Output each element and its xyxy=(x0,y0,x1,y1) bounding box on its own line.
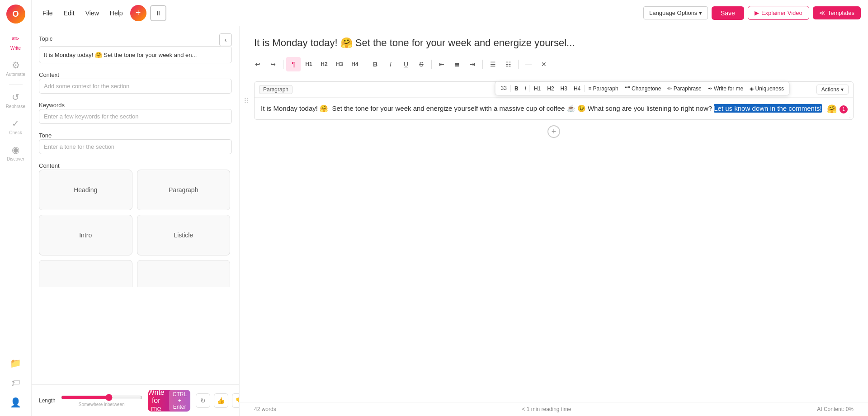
italic-button[interactable]: I xyxy=(383,57,398,71)
content-card-intro[interactable]: Intro xyxy=(39,215,132,255)
resize-handle[interactable]: ⋱ xyxy=(848,114,852,118)
check-icon: ✓ xyxy=(12,118,19,129)
icon-sidebar: O ✏ Write ⚙ Automate ↺ Rephrase ✓ Check … xyxy=(0,0,32,416)
emoji-1: 🤗 xyxy=(827,103,837,116)
slider-hint: Somewhere inbetween xyxy=(79,402,125,407)
reading-time: < 1 min reading time xyxy=(522,406,571,412)
pause-button[interactable]: ⏸ xyxy=(150,5,166,21)
redo-button[interactable]: ↪ xyxy=(266,57,280,71)
tone-input[interactable] xyxy=(39,139,232,154)
numbered-list-button[interactable]: ☷ xyxy=(501,57,515,71)
bold-button[interactable]: B xyxy=(368,57,382,71)
thumbs-down-button[interactable]: 👎 xyxy=(232,393,240,408)
topic-input[interactable] xyxy=(39,46,232,63)
menu-view[interactable]: View xyxy=(82,8,103,19)
clear-format-button[interactable]: ✕ xyxy=(537,57,551,71)
rephrase-icon: ↺ xyxy=(12,92,19,103)
h1-button[interactable]: H1 xyxy=(302,57,316,71)
bullet-list-button[interactable]: ☰ xyxy=(486,57,500,71)
strikethrough-button[interactable]: S xyxy=(414,57,429,71)
app-logo[interactable]: O xyxy=(6,5,25,24)
align-center-button[interactable]: ≣ xyxy=(450,57,464,71)
inline-paragraph-button[interactable]: ≡ Paragraph xyxy=(585,85,621,93)
sidebar-label-discover: Discover xyxy=(7,156,24,161)
actions-dropdown[interactable]: Actions ▾ xyxy=(816,85,849,95)
templates-icon: ≪ xyxy=(819,9,826,16)
sidebar-item-rephrase[interactable]: ↺ Rephrase xyxy=(2,88,29,113)
align-left-button[interactable]: ⇤ xyxy=(434,57,449,71)
sidebar-item-tag[interactable]: 🏷 xyxy=(2,374,29,392)
bottom-right-icons: ↻ 👍 👎 xyxy=(196,393,240,408)
drag-handle[interactable]: ⠿ xyxy=(244,96,249,105)
font-size-display[interactable]: 33 xyxy=(498,83,509,94)
inline-sep-3 xyxy=(584,85,585,92)
templates-button[interactable]: ≪ Templates xyxy=(813,6,861,19)
inline-bold-button[interactable]: B xyxy=(512,85,521,93)
save-button[interactable]: Save xyxy=(712,6,744,20)
tone-label: Tone xyxy=(39,132,52,139)
content-card-6[interactable] xyxy=(137,260,231,287)
context-input[interactable] xyxy=(39,79,232,94)
menu-file[interactable]: File xyxy=(39,8,57,19)
block-content[interactable]: 33 B I H1 H2 H3 H4 ≡ Paragraph ❝❞ Change… xyxy=(255,98,853,119)
sidebar-item-discover[interactable]: ◉ Discover xyxy=(2,141,29,165)
inline-paraphrase-button[interactable]: ✏ Paraphrase xyxy=(665,85,704,93)
refresh-button[interactable]: ↻ xyxy=(196,393,210,408)
underline-button[interactable]: U xyxy=(399,57,413,71)
inline-h2-button[interactable]: H2 xyxy=(544,85,557,93)
content-card-listicle[interactable]: Listicle xyxy=(137,215,231,255)
sidebar-label-automate: Automate xyxy=(6,72,25,77)
toolbar-sep-1 xyxy=(283,60,283,69)
content-card-paragraph[interactable]: Paragraph xyxy=(137,170,231,210)
align-right-button[interactable]: ⇥ xyxy=(465,57,480,71)
undo-button[interactable]: ↩ xyxy=(250,57,265,71)
collapse-button[interactable]: ‹ xyxy=(219,33,232,46)
write-for-me-button[interactable]: Write for me CTRL + Enter xyxy=(148,390,190,411)
sidebar-item-check[interactable]: ✓ Check xyxy=(2,114,29,139)
keywords-input[interactable] xyxy=(39,109,232,124)
sidebar-label-write: Write xyxy=(10,46,21,51)
language-options-button[interactable]: Language Options ▾ xyxy=(643,6,708,19)
tag-icon: 🏷 xyxy=(11,378,20,388)
sidebar-item-write[interactable]: ✏ Write xyxy=(2,30,29,54)
inline-h1-button[interactable]: H1 xyxy=(531,85,543,93)
add-button[interactable]: + xyxy=(130,5,146,21)
content-card-heading[interactable]: Heading xyxy=(39,170,132,210)
topic-section: Topic ‹ xyxy=(39,33,232,63)
tone-section: Tone xyxy=(39,131,232,154)
h3-button[interactable]: H3 xyxy=(332,57,347,71)
inline-changetone-button[interactable]: ❝❞ Changetone xyxy=(622,85,664,93)
content-card-5[interactable] xyxy=(39,260,132,287)
add-block-button[interactable]: + xyxy=(547,125,560,138)
inline-h3-button[interactable]: H3 xyxy=(558,85,570,93)
block-type-badge: Paragraph xyxy=(259,85,292,94)
menu-edit[interactable]: Edit xyxy=(60,8,78,19)
sidebar-label-rephrase: Rephrase xyxy=(6,104,25,109)
inline-italic-button[interactable]: I xyxy=(522,85,529,93)
inline-write-button[interactable]: ✒ Write for me xyxy=(705,85,746,93)
thumbs-up-button[interactable]: 👍 xyxy=(214,393,228,408)
content-grid-scroll: Heading Paragraph Intro Listicle xyxy=(39,170,232,287)
sidebar-item-folder[interactable]: 📁 xyxy=(2,354,29,372)
length-slider[interactable] xyxy=(61,394,142,401)
emoji-reactions: 🤗 1 xyxy=(827,103,848,116)
bottom-bar: Length Somewhere inbetween Write for me … xyxy=(32,384,239,416)
inline-uniqueness-button[interactable]: ◈ Uniqueness xyxy=(747,85,787,93)
inline-h4-button[interactable]: H4 xyxy=(571,85,583,93)
paragraph-button[interactable]: ¶ xyxy=(286,57,301,71)
word-count: 42 words xyxy=(254,406,276,412)
keywords-label: Keywords xyxy=(39,102,65,109)
content-grid: Heading Paragraph Intro Listicle xyxy=(39,170,230,287)
h4-button[interactable]: H4 xyxy=(348,57,362,71)
paragraph-block: ⠿ Paragraph Actions ▾ 33 B I xyxy=(254,81,854,120)
divider-button[interactable]: — xyxy=(521,57,536,71)
menu-help[interactable]: Help xyxy=(106,8,127,19)
sidebar-item-automate[interactable]: ⚙ Automate xyxy=(2,56,29,80)
explainer-video-button[interactable]: ▶ Explainer Video xyxy=(748,6,809,20)
sidebar-item-profile[interactable]: 👤 xyxy=(2,393,29,411)
inline-toolbar: 33 B I H1 H2 H3 H4 ≡ Paragraph ❝❞ Change… xyxy=(495,81,790,95)
left-panel-inner: Topic ‹ Context Keywords Tone xyxy=(32,26,239,384)
content-label: Content xyxy=(39,162,60,169)
h2-button[interactable]: H2 xyxy=(317,57,331,71)
write-icon: ✏ xyxy=(12,33,19,44)
